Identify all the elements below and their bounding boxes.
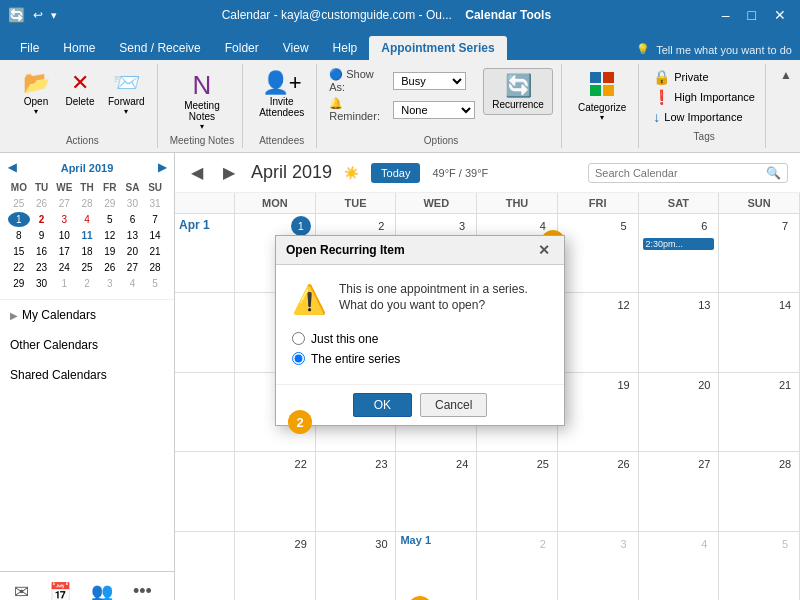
- cal-day-cell[interactable]: 13: [639, 293, 720, 371]
- tell-me-text[interactable]: Tell me what you want to do: [656, 44, 792, 56]
- mini-cal-day[interactable]: 2: [31, 212, 53, 227]
- mini-cal-day[interactable]: 13: [122, 228, 144, 243]
- mini-cal-day[interactable]: 18: [76, 244, 98, 259]
- show-as-select[interactable]: Busy Free Tentative: [393, 72, 466, 90]
- private-button[interactable]: 🔒 Private: [651, 68, 757, 86]
- mini-cal-day[interactable]: 21: [144, 244, 166, 259]
- close-button[interactable]: ✕: [768, 5, 792, 25]
- cal-day-cell[interactable]: 7: [719, 214, 800, 292]
- mini-cal-day[interactable]: 11: [76, 228, 98, 243]
- cal-day-cell[interactable]: 4: [639, 532, 720, 600]
- today-button[interactable]: Today: [371, 163, 420, 183]
- cal-day-cell[interactable]: May 1 3: [396, 532, 477, 600]
- cal-day-cell[interactable]: 29: [235, 532, 316, 600]
- sidebar-item-other-calendars[interactable]: Other Calendars: [0, 330, 174, 360]
- mini-cal-day[interactable]: 27: [53, 196, 75, 211]
- tab-view[interactable]: View: [271, 36, 321, 60]
- meeting-notes-button[interactable]: N MeetingNotes ▾: [180, 68, 224, 135]
- mini-cal-day[interactable]: 26: [99, 260, 121, 275]
- cal-day-cell[interactable]: 5: [719, 532, 800, 600]
- tab-appointment-series[interactable]: Appointment Series: [369, 36, 506, 60]
- recurrence-button[interactable]: 🔄 Recurrence: [483, 68, 553, 115]
- mini-cal-prev[interactable]: ◀: [8, 161, 16, 174]
- cal-day-cell[interactable]: 20: [639, 373, 720, 451]
- mini-cal-day[interactable]: 29: [8, 276, 30, 291]
- mini-cal-day[interactable]: 19: [99, 244, 121, 259]
- calendar-icon[interactable]: 📅: [45, 577, 75, 601]
- delete-button[interactable]: ✕ Delete: [60, 68, 100, 111]
- cal-day-cell[interactable]: 14: [719, 293, 800, 371]
- mini-cal-day[interactable]: 5: [99, 212, 121, 227]
- mini-cal-day[interactable]: 28: [144, 260, 166, 275]
- mini-cal-day[interactable]: 24: [53, 260, 75, 275]
- tab-help[interactable]: Help: [321, 36, 370, 60]
- mail-icon[interactable]: ✉: [10, 577, 33, 601]
- cal-day-cell[interactable]: 27: [639, 452, 720, 530]
- cal-day-cell[interactable]: 21: [719, 373, 800, 451]
- cal-day-cell[interactable]: 2: [477, 532, 558, 600]
- mini-cal-day[interactable]: 9: [31, 228, 53, 243]
- mini-cal-day[interactable]: 12: [99, 228, 121, 243]
- mini-cal-day[interactable]: 30: [31, 276, 53, 291]
- mini-cal-day[interactable]: 15: [8, 244, 30, 259]
- dialog-ok-button[interactable]: OK: [353, 393, 412, 417]
- sidebar-item-my-calendars[interactable]: ▶ My Calendars: [0, 300, 174, 330]
- mini-cal-day[interactable]: 27: [122, 260, 144, 275]
- people-icon[interactable]: 👥: [87, 577, 117, 601]
- mini-cal-day[interactable]: 23: [31, 260, 53, 275]
- mini-cal-day[interactable]: 20: [122, 244, 144, 259]
- undo-icon[interactable]: ↩: [33, 8, 43, 22]
- cal-day-cell[interactable]: 3: [558, 532, 639, 600]
- mini-cal-day[interactable]: 17: [53, 244, 75, 259]
- mini-cal-day[interactable]: 26: [31, 196, 53, 211]
- open-button[interactable]: 📂 Open ▾: [16, 68, 56, 120]
- mini-cal-day[interactable]: 6: [122, 212, 144, 227]
- categorize-button[interactable]: Categorize ▾: [574, 68, 630, 126]
- expand-ribbon-icon[interactable]: ▲: [780, 68, 792, 82]
- reminder-select[interactable]: None 15 minutes: [393, 101, 475, 119]
- mini-cal-day[interactable]: 31: [144, 196, 166, 211]
- mini-cal-day[interactable]: 4: [122, 276, 144, 291]
- mini-cal-day[interactable]: 1: [53, 276, 75, 291]
- sidebar-item-shared-calendars[interactable]: Shared Calendars: [0, 360, 174, 390]
- cal-day-cell[interactable]: 5: [558, 214, 639, 292]
- mini-cal-day[interactable]: 25: [76, 260, 98, 275]
- just-this-one-radio[interactable]: [292, 332, 305, 345]
- dialog-close-button[interactable]: ✕: [534, 242, 554, 258]
- cal-day-cell[interactable]: 25: [477, 452, 558, 530]
- mini-cal-next[interactable]: ▶: [158, 161, 166, 174]
- entire-series-radio[interactable]: [292, 352, 305, 365]
- mini-cal-day[interactable]: 30: [122, 196, 144, 211]
- tab-file[interactable]: File: [8, 36, 51, 60]
- mini-cal-day[interactable]: 8: [8, 228, 30, 243]
- mini-cal-day[interactable]: 4: [76, 212, 98, 227]
- low-importance-button[interactable]: ↓ Low Importance: [651, 108, 757, 126]
- tab-home[interactable]: Home: [51, 36, 107, 60]
- high-importance-button[interactable]: ❗ High Importance: [651, 88, 757, 106]
- mini-cal-day[interactable]: 2: [76, 276, 98, 291]
- dialog-cancel-button[interactable]: Cancel: [420, 393, 487, 417]
- entire-series-option[interactable]: The entire series: [292, 352, 548, 366]
- minimize-button[interactable]: –: [716, 5, 736, 25]
- mini-cal-day[interactable]: 29: [99, 196, 121, 211]
- cal-day-cell[interactable]: 19: [558, 373, 639, 451]
- cal-prev-button[interactable]: ◀: [187, 161, 207, 184]
- mini-cal-day[interactable]: 5: [144, 276, 166, 291]
- search-calendar-input[interactable]: [595, 167, 762, 179]
- mini-cal-day[interactable]: 3: [99, 276, 121, 291]
- mini-cal-day[interactable]: 10: [53, 228, 75, 243]
- cal-day-cell[interactable]: 24: [396, 452, 477, 530]
- mini-cal-day[interactable]: 14: [144, 228, 166, 243]
- mini-cal-day[interactable]: 16: [31, 244, 53, 259]
- maximize-button[interactable]: □: [742, 5, 762, 25]
- cal-day-cell[interactable]: 12: [558, 293, 639, 371]
- cal-day-cell[interactable]: 6 2:30pm...: [639, 214, 720, 292]
- invite-attendees-button[interactable]: 👤+ InviteAttendees: [255, 68, 308, 122]
- more-icon[interactable]: •••: [129, 577, 156, 600]
- mini-cal-day-today[interactable]: 1: [8, 212, 30, 227]
- forward-button[interactable]: 📨 Forward ▾: [104, 68, 149, 120]
- cal-day-cell[interactable]: 30: [316, 532, 397, 600]
- mini-cal-day[interactable]: 25: [8, 196, 30, 211]
- mini-cal-day[interactable]: 3: [53, 212, 75, 227]
- mini-cal-day[interactable]: 28: [76, 196, 98, 211]
